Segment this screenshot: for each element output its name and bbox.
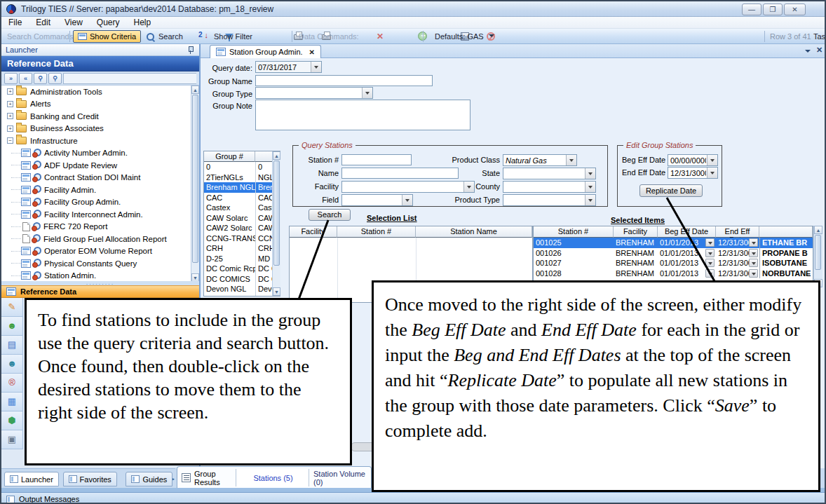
restore-button[interactable]: ❐ [763, 4, 783, 15]
collapse-all-icon[interactable]: » [4, 73, 18, 84]
dock-tab-launcher[interactable]: Launcher [4, 472, 59, 486]
tab-station-group-admin[interactable]: Station Group Admin. ✕ [210, 45, 321, 58]
query-date-picker[interactable]: 07/31/2017 [255, 61, 322, 73]
pin-icon[interactable] [187, 46, 194, 54]
panel-button-edit[interactable]: ✎ [1, 298, 23, 317]
show-filter-command[interactable]: Show Filter [214, 32, 252, 41]
date-dropdown-icon[interactable] [705, 269, 715, 278]
group-row[interactable]: CRH [204, 243, 255, 254]
group-row[interactable]: 2TierNGLs [204, 172, 255, 183]
selected-items-cell[interactable]: BRENHAM [614, 248, 658, 259]
date-dropdown-icon[interactable] [749, 269, 758, 278]
expand-icon[interactable]: + [7, 88, 13, 95]
selected-col-station-[interactable]: Station # [534, 226, 614, 238]
expand-icon[interactable]: + [7, 113, 13, 119]
combo-caret-icon[interactable] [707, 168, 717, 178]
group-grid-header[interactable]: Group # [204, 151, 255, 162]
search-button[interactable]: Search [309, 209, 351, 221]
defaults-selector[interactable]: Defaults: GAS [435, 32, 484, 41]
group-row[interactable]: D-25 [204, 254, 255, 264]
date-dropdown-icon[interactable] [705, 249, 715, 257]
selection-col-facility[interactable]: Facility [290, 226, 337, 238]
tree-item[interactable]: +Administration Tools [1, 86, 199, 98]
tasks-button[interactable]: Tasks [813, 32, 826, 41]
selected-col-end-eff-date[interactable]: End Eff Date [716, 226, 759, 238]
selected-items-cell[interactable]: ETHANE BR [759, 238, 813, 248]
selected-items-cell[interactable]: 12/31/3000 [716, 248, 759, 259]
group-row[interactable]: Devon NGL [204, 284, 255, 294]
defaults-caret-icon[interactable] [489, 34, 494, 37]
selected-items-cell[interactable]: 01/01/2013 [658, 268, 716, 279]
tree-item[interactable]: Operator EOM Volume Report [1, 245, 199, 258]
combo-caret-icon[interactable] [707, 155, 717, 165]
tree-search-options-icon[interactable]: ⚲ [48, 73, 62, 84]
selected-items-cell[interactable]: PROPANE B [759, 248, 813, 259]
group-note-textarea[interactable] [255, 100, 470, 130]
dock-tab-favorites[interactable]: Favorites [63, 472, 117, 486]
panel-button-report[interactable]: ▤ [1, 336, 23, 355]
selected-items-cell[interactable]: 001025 [534, 238, 614, 248]
date-dropdown-icon[interactable] [705, 238, 715, 247]
selected-col-facility[interactable]: Facility [614, 226, 658, 238]
group-row[interactable]: 0 [204, 162, 255, 172]
group-row[interactable]: DC COMICS [204, 274, 255, 285]
tree-search-icon[interactable]: ⚲ [34, 73, 47, 84]
sidebar-item-reference-data[interactable]: Reference Data [1, 285, 199, 298]
expand-all-icon[interactable]: « [19, 73, 32, 84]
qs-product-type-select[interactable] [503, 194, 596, 206]
qs-state-select[interactable] [503, 168, 596, 179]
tree-item[interactable]: +Business Associates [1, 123, 199, 135]
selection-col-station-name[interactable]: Station Name [416, 226, 532, 238]
group-name-input[interactable] [255, 75, 433, 86]
document-close-icon[interactable]: ✕ [816, 46, 822, 55]
selected-items-cell[interactable]: 12/31/3000 [716, 258, 759, 268]
group-type-select[interactable] [255, 87, 373, 99]
selected-items-cell[interactable]: 12/31/3000 [716, 238, 759, 248]
menu-help[interactable]: Help [127, 16, 158, 29]
group-row[interactable]: CCNG-TRANSI [204, 233, 255, 244]
selected-items-cell[interactable]: 01/01/2013 [658, 248, 716, 259]
selected-items-cell[interactable]: NORBUTANE [759, 268, 813, 279]
search-icon[interactable] [147, 33, 155, 41]
panel-button-database[interactable]: ⬢ [1, 411, 23, 430]
sort-icon[interactable] [198, 32, 208, 41]
group-row[interactable]: Castex [204, 203, 255, 213]
tree-item[interactable]: FERC 720 Report [1, 221, 199, 233]
egs-end-eff-date-picker[interactable]: 12/31/3000 [668, 167, 718, 179]
tree-item[interactable]: Contract Station DOI Maint [1, 172, 199, 184]
tree-filter-input[interactable] [63, 73, 196, 84]
selected-items-cell[interactable]: 01/01/2013 [658, 258, 716, 268]
tree-item[interactable]: −Infrastructure [1, 135, 199, 147]
tree-item[interactable]: +Alerts [1, 98, 199, 111]
selected-col-beg-eff-date[interactable]: Beg Eff Date [658, 226, 716, 238]
tab-list-caret-icon[interactable] [805, 50, 811, 53]
group-row[interactable]: Derrin [204, 294, 255, 297]
tree-item[interactable]: Physical Constants Query [1, 257, 199, 270]
group-row[interactable]: CAW Solarc [204, 213, 255, 224]
date-dropdown-icon[interactable] [749, 238, 758, 247]
selected-items-cell[interactable]: 12/31/3000 [716, 268, 759, 279]
expand-icon[interactable]: + [7, 101, 13, 107]
query-date-caret-icon[interactable] [311, 62, 321, 72]
tab-station-volume-0-[interactable]: Station Volume (0) [311, 469, 370, 486]
panel-button-users[interactable]: ☻ [1, 355, 23, 374]
combo-caret-icon[interactable] [585, 168, 595, 179]
selected-items-cell[interactable]: BRENHAM [614, 238, 658, 248]
delete-record-icon[interactable]: ✕ [377, 32, 384, 41]
group-row[interactable]: CAC [204, 193, 255, 203]
group-row[interactable]: CAW2 Solarc [204, 223, 255, 233]
panel-button-window[interactable]: ▣ [1, 430, 23, 449]
tab-group-results[interactable]: Group Results [179, 469, 236, 486]
date-dropdown-icon[interactable] [749, 249, 758, 257]
panel-button-user[interactable]: ☻ [1, 317, 23, 336]
selected-items-cell[interactable]: 001028 [534, 268, 614, 279]
tree-item[interactable]: Facility Group Admin. [1, 196, 199, 209]
selection-col-station-[interactable]: Station # [337, 226, 416, 238]
search-command[interactable]: Search [158, 32, 183, 41]
group-row[interactable]: DC Comic Rcp [204, 264, 255, 274]
selected-items-cell[interactable]: BRENHAM [614, 258, 658, 268]
tab-close-icon[interactable]: ✕ [309, 48, 315, 56]
menu-edit[interactable]: Edit [29, 16, 57, 29]
show-criteria-button[interactable]: Show Criteria [73, 30, 141, 43]
tree-item[interactable]: ADF Update Review [1, 159, 199, 172]
